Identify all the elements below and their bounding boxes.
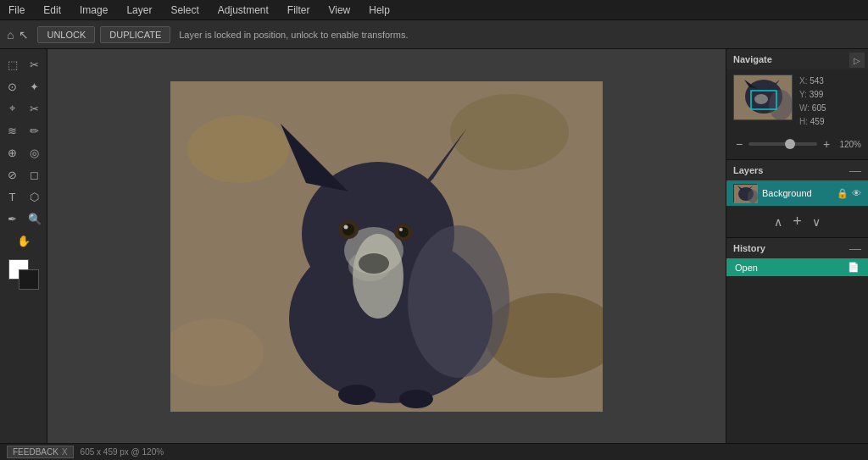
shape-tool[interactable]: ◻ (25, 164, 45, 185)
stamp-tool[interactable]: ⊕ (3, 142, 23, 163)
tool-row-1: ⬚ ✂ (3, 54, 45, 75)
nav-coordinates: X: 543 Y: 399 W: 605 H: 459 (799, 75, 826, 129)
menu-adjustment[interactable]: Adjustment (214, 3, 272, 18)
menu-bar: File Edit Image Layer Select Adjustment … (0, 0, 868, 20)
menu-image[interactable]: Image (76, 3, 111, 18)
color-swatch[interactable] (8, 259, 39, 290)
svg-point-18 (348, 251, 391, 281)
x-label: X: (799, 76, 810, 86)
navigate-title: Navigate (733, 54, 772, 64)
zoom-tool[interactable]: 🔍 (25, 208, 45, 229)
canvas-area[interactable] (47, 49, 726, 443)
svg-point-21 (399, 390, 433, 408)
tool-row-4: ≋ ✏ (3, 120, 45, 141)
w-value: 605 (812, 103, 826, 113)
tool-row-6: ⊘ ◻ (3, 164, 45, 185)
toolbar-message: Layer is locked in position, unlock to e… (179, 30, 408, 40)
canvas[interactable] (170, 81, 603, 412)
feedback-close-button[interactable]: X (62, 447, 68, 457)
layer-item-background[interactable]: Background 🔒 👁 (726, 180, 868, 206)
status-bar: FEEDBACK X 605 x 459 px @ 120% (0, 443, 868, 460)
brush-tool[interactable]: ✏ (25, 120, 45, 141)
menu-help[interactable]: Help (365, 3, 393, 18)
layer-thumb-svg (734, 185, 758, 203)
svg-point-33 (748, 190, 758, 203)
history-header: History — (726, 238, 868, 258)
zoom-row: − + 120% (726, 134, 868, 154)
layers-collapse-button[interactable]: — (849, 163, 861, 177)
tool-row-3: ⌖ ✂ (3, 98, 45, 119)
crop-tool[interactable]: ⌖ (3, 98, 23, 119)
layer-name: Background (762, 188, 832, 198)
svg-point-27 (769, 90, 793, 120)
heal-tool[interactable]: ≋ (3, 120, 23, 141)
layer-move-down-button[interactable]: ∨ (812, 215, 821, 229)
svg-point-2 (450, 94, 569, 170)
y-label: Y: (799, 90, 810, 99)
zoom-out-button[interactable]: − (733, 137, 745, 151)
menu-filter[interactable]: Filter (284, 3, 314, 18)
menu-select[interactable]: Select (167, 3, 202, 18)
layer-thumbnail (733, 184, 757, 202)
feedback-tag[interactable]: FEEDBACK X (7, 446, 74, 458)
duplicate-button[interactable]: DUPLICATE (100, 26, 170, 43)
navigate-thumbnail[interactable] (733, 75, 793, 120)
canvas-image (170, 81, 603, 412)
zoom-slider[interactable] (748, 142, 817, 146)
menu-file[interactable]: File (5, 3, 28, 18)
cursor-icon[interactable]: ↖ (19, 28, 29, 42)
h-label: H: (799, 117, 810, 126)
y-value: 399 (810, 90, 824, 99)
left-toolbar: ⬚ ✂ ⊙ ✦ ⌖ ✂ ≋ ✏ ⊕ ◎ ⊘ ◻ T ⬡ ✒ 🔍 (0, 49, 47, 443)
zoom-knob[interactable] (785, 139, 795, 149)
svg-point-13 (342, 224, 354, 236)
type-tool[interactable]: T (3, 186, 23, 207)
zoom-in-button[interactable]: + (821, 137, 832, 151)
svg-point-1 (187, 115, 289, 183)
status-dimensions: 605 x 459 px @ 120% (81, 447, 164, 457)
history-title: History (733, 243, 765, 253)
h-value: 459 (810, 117, 825, 126)
layer-add-button[interactable]: + (793, 213, 802, 230)
navigate-header: Navigate — (726, 49, 868, 69)
main-area: ⬚ ✂ ⊙ ✦ ⌖ ✂ ≋ ✏ ⊕ ◎ ⊘ ◻ T ⬡ ✒ 🔍 (0, 49, 868, 443)
tool-row-8: ✒ 🔍 (3, 208, 45, 229)
foreground-color-swatch[interactable] (19, 269, 39, 290)
pen-tool[interactable]: ⊘ (3, 164, 23, 185)
layer-lock-icon[interactable]: 🔒 (837, 188, 849, 199)
svg-point-14 (344, 224, 348, 229)
magic-wand-tool[interactable]: ✦ (25, 76, 45, 97)
feedback-label: FEEDBACK (13, 447, 58, 457)
tool-row-7: T ⬡ (3, 186, 45, 207)
menu-edit[interactable]: Edit (40, 3, 64, 18)
slice-tool[interactable]: ✂ (25, 98, 45, 119)
expand-panel-button[interactable]: ▷ (849, 53, 865, 68)
move-tool[interactable]: ⬚ (3, 54, 23, 75)
hand-tool[interactable]: ✋ (14, 230, 34, 251)
tool-row-2: ⊙ ✦ (3, 76, 45, 97)
lasso-tool[interactable]: ⊙ (3, 76, 23, 97)
unlock-button[interactable]: UNLOCK (37, 26, 95, 43)
right-panel: ▷ Navigate — (726, 49, 868, 443)
menu-view[interactable]: View (325, 3, 353, 18)
layers-title: Layers (733, 165, 763, 175)
menu-layer[interactable]: Layer (123, 3, 155, 18)
svg-point-19 (408, 225, 509, 378)
home-icon[interactable]: ⌂ (7, 28, 14, 42)
tool-row-5: ⊕ ◎ (3, 142, 45, 163)
zoom-percentage: 120% (836, 140, 861, 149)
history-collapse-button[interactable]: — (849, 241, 861, 255)
layer-icons: 🔒 👁 (837, 188, 861, 199)
w-label: W: (799, 103, 812, 113)
thumb-svg (734, 75, 793, 120)
layer-visible-icon[interactable]: 👁 (852, 188, 861, 198)
history-item-open[interactable]: Open 📄 (726, 258, 868, 276)
dodge-tool[interactable]: ◎ (25, 142, 45, 163)
x-value: 543 (810, 76, 824, 86)
layer-move-up-button[interactable]: ∧ (774, 215, 782, 229)
history-item-label: Open (735, 263, 758, 273)
layer-actions: ∧ + ∨ (726, 206, 868, 237)
path-select-tool[interactable]: ⬡ (25, 186, 45, 207)
eyedropper-tool[interactable]: ✒ (3, 208, 23, 229)
select-tool[interactable]: ✂ (25, 54, 45, 75)
